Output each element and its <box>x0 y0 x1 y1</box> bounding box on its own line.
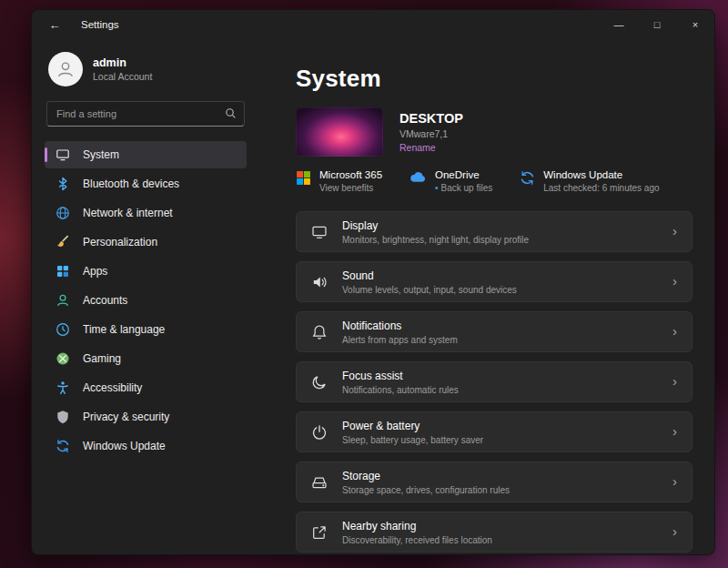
account-header: admin Local Account <box>45 43 247 101</box>
sidebar-item-bluetooth-devices[interactable]: Bluetooth & devices <box>45 170 247 198</box>
apps-grid-icon <box>56 264 70 279</box>
search-box <box>46 101 245 127</box>
device-header: DESKTOP VMware7,1 Rename <box>296 107 693 157</box>
device-name: DESKTOP <box>399 111 463 126</box>
chevron-right-icon: › <box>672 424 677 440</box>
avatar <box>48 52 83 86</box>
settings-card-sound[interactable]: Sound Volume levels, output, input, soun… <box>296 261 693 302</box>
card-title: Sound <box>342 269 517 282</box>
close-icon: × <box>693 19 698 30</box>
rename-link[interactable]: Rename <box>399 142 463 153</box>
window-controls: — □ × <box>600 10 714 39</box>
settings-card-power-battery[interactable]: Power & battery Sleep, battery usage, ba… <box>296 411 693 452</box>
sidebar-item-label: Accounts <box>83 294 127 307</box>
close-button[interactable]: × <box>676 10 714 39</box>
sidebar-item-apps[interactable]: Apps <box>45 258 247 285</box>
sidebar-item-label: Privacy & security <box>83 411 169 423</box>
storage-drive-icon <box>311 474 328 491</box>
sidebar-item-label: Personalization <box>83 236 157 248</box>
quick-action-onedrive[interactable]: OneDrive •Back up files <box>410 169 492 193</box>
person-icon <box>56 59 76 79</box>
search-input[interactable] <box>46 101 245 127</box>
quick-action-microsoft-365[interactable]: Microsoft 365 View benefits <box>296 169 382 193</box>
chevron-right-icon: › <box>672 274 677 289</box>
globe-icon <box>56 206 70 220</box>
search-icon <box>225 107 237 119</box>
settings-card-display[interactable]: Display Monitors, brightness, night ligh… <box>296 211 693 252</box>
display-icon <box>311 224 328 240</box>
desktop-wallpaper: ← Settings — □ × admin Local Account <box>0 0 728 568</box>
speaker-icon <box>311 274 328 290</box>
settings-card-notifications[interactable]: Notifications Alerts from apps and syste… <box>296 311 693 352</box>
minimize-icon: — <box>614 19 624 30</box>
chevron-right-icon: › <box>672 474 677 490</box>
card-subtitle: Discoverability, received files location <box>342 535 492 545</box>
card-title: Storage <box>342 470 510 482</box>
card-title: Notifications <box>342 320 458 332</box>
accessibility-person-icon <box>56 380 70 395</box>
main-content: System DESKTOP VMware7,1 Rename Microsof… <box>258 39 714 554</box>
sidebar-item-label: Windows Update <box>83 440 166 452</box>
quick-action-windows-update[interactable]: Windows Update Last checked: 6 minutes a… <box>520 169 659 193</box>
device-model: VMware7,1 <box>399 128 463 139</box>
xbox-icon <box>56 351 70 366</box>
settings-card-nearby-sharing[interactable]: Nearby sharing Discoverability, received… <box>296 512 693 553</box>
sidebar-item-time-language[interactable]: Time & language <box>45 316 247 343</box>
chevron-right-icon: › <box>672 324 677 340</box>
settings-card-storage[interactable]: Storage Storage space, drives, configura… <box>296 462 693 502</box>
minimize-button[interactable]: — <box>600 10 638 39</box>
chevron-right-icon: › <box>672 524 677 540</box>
card-subtitle: Notifications, automatic rules <box>342 385 459 395</box>
bluetooth-icon <box>56 177 70 191</box>
settings-window: ← Settings — □ × admin Local Account <box>31 9 715 555</box>
sidebar-item-label: System <box>83 148 119 161</box>
power-icon <box>311 424 328 441</box>
microsoft-365-icon <box>296 170 311 186</box>
sidebar-item-accounts[interactable]: Accounts <box>45 287 247 314</box>
page-title: System <box>296 65 693 93</box>
account-name: admin <box>93 56 152 69</box>
sidebar-item-label: Network & internet <box>83 207 173 219</box>
quick-action-subtitle: View benefits <box>319 183 382 193</box>
chevron-right-icon: › <box>672 224 677 239</box>
quick-action-title: Microsoft 365 <box>319 169 382 180</box>
sidebar-item-network-internet[interactable]: Network & internet <box>45 199 247 227</box>
card-title: Power & battery <box>342 420 483 432</box>
moon-icon <box>311 374 328 390</box>
maximize-icon: □ <box>654 19 661 30</box>
sidebar-item-personalization[interactable]: Personalization <box>45 228 247 256</box>
card-title: Focus assist <box>342 370 459 382</box>
bell-icon <box>311 324 328 340</box>
card-subtitle: Volume levels, output, input, sound devi… <box>342 285 517 295</box>
settings-card-list: Display Monitors, brightness, night ligh… <box>296 211 693 553</box>
accounts-person-icon <box>56 293 70 308</box>
sidebar-item-privacy-security[interactable]: Privacy & security <box>45 403 247 431</box>
sidebar-item-system[interactable]: System <box>45 141 247 168</box>
quick-action-subtitle: Last checked: 6 minutes ago <box>543 183 659 193</box>
sidebar-nav: System Bluetooth & devices Network & int… <box>45 141 247 460</box>
card-title: Display <box>342 219 529 232</box>
update-arrows-icon <box>56 439 70 453</box>
sidebar-item-label: Accessibility <box>83 381 142 394</box>
device-wallpaper-thumbnail <box>296 107 383 157</box>
sidebar-item-label: Time & language <box>83 323 165 336</box>
chevron-right-icon: › <box>672 374 677 390</box>
sidebar-item-windows-update[interactable]: Windows Update <box>45 432 247 460</box>
back-arrow-icon: ← <box>49 18 61 32</box>
back-button[interactable]: ← <box>41 14 68 36</box>
quick-actions-row: Microsoft 365 View benefits OneDrive •Ba… <box>296 169 693 193</box>
account-type: Local Account <box>93 71 152 82</box>
update-arrows-icon <box>520 170 535 186</box>
sidebar-item-gaming[interactable]: Gaming <box>45 345 247 372</box>
quick-action-title: Windows Update <box>543 169 659 180</box>
paintbrush-icon <box>56 235 70 249</box>
settings-card-focus-assist[interactable]: Focus assist Notifications, automatic ru… <box>296 361 693 402</box>
quick-action-subtitle: •Back up files <box>435 183 492 193</box>
maximize-button[interactable]: □ <box>638 10 676 39</box>
card-subtitle: Alerts from apps and system <box>342 335 458 345</box>
selected-indicator <box>45 147 47 162</box>
monitor-icon <box>56 147 70 162</box>
sidebar-item-accessibility[interactable]: Accessibility <box>45 374 247 401</box>
quick-action-title: OneDrive <box>435 169 492 180</box>
window-title: Settings <box>81 19 119 30</box>
